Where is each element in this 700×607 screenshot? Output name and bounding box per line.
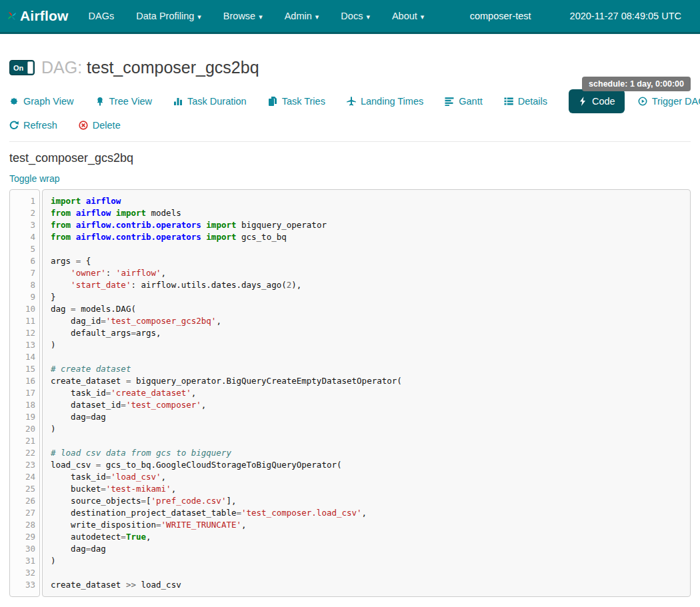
caret-down-icon: ▾ — [315, 13, 319, 21]
gantt-icon — [445, 97, 454, 106]
nav-admin[interactable]: Admin▾ — [285, 11, 319, 21]
tree-icon — [95, 97, 105, 106]
tab-code[interactable]: Code — [569, 89, 625, 113]
nav-data-profiling[interactable]: Data Profiling▾ — [136, 11, 201, 21]
nav-dags[interactable]: DAGs — [89, 11, 115, 21]
tab-tree-view[interactable]: Tree View — [95, 96, 152, 107]
caret-down-icon: ▾ — [421, 13, 425, 21]
tab-task-tries[interactable]: Task Tries — [268, 96, 325, 107]
nav-about[interactable]: About▾ — [392, 11, 424, 21]
code-file-heading: test_composer_gcs2bq — [9, 151, 691, 165]
nav-browse[interactable]: Browse▾ — [223, 11, 263, 21]
tab-gantt[interactable]: Gantt — [445, 96, 482, 107]
refresh-icon — [9, 121, 19, 130]
dag-on-off-toggle[interactable]: On — [9, 60, 35, 75]
airflow-logo[interactable]: Airflow — [7, 8, 69, 24]
tab-details[interactable]: Details — [504, 96, 547, 107]
list-icon — [504, 97, 513, 106]
dag-prefix: DAG: — [41, 58, 82, 77]
page-title: DAG: test_composer_gcs2bq — [41, 58, 259, 77]
tab-landing-times[interactable]: Landing Times — [347, 96, 423, 107]
utc-clock: 2020-11-27 08:49:05 UTC — [570, 11, 681, 21]
tab-task-duration[interactable]: Task Duration — [173, 96, 247, 107]
refresh-button[interactable]: Refresh — [9, 120, 57, 131]
bolt-icon — [578, 97, 587, 106]
dag-view-tabs: Graph View Tree View Task Duration Task … — [9, 89, 691, 113]
delete-button[interactable]: Delete — [79, 120, 121, 131]
dag-name: test_composer_gcs2bq — [87, 58, 259, 77]
schedule-badge: schedule: 1 day, 0:00:00 — [582, 77, 691, 91]
bar-chart-icon — [173, 97, 183, 106]
divider — [9, 141, 691, 142]
play-circle-icon — [638, 97, 647, 106]
caret-down-icon: ▾ — [366, 13, 370, 21]
dag-action-row: Refresh Delete — [9, 120, 691, 131]
caret-down-icon: ▾ — [259, 13, 263, 21]
graph-view-icon — [9, 97, 19, 106]
delete-circle-x-icon — [79, 121, 88, 130]
toggle-wrap-link[interactable]: Toggle wrap — [9, 173, 60, 184]
toggle-on-label: On — [10, 64, 23, 72]
copy-files-icon — [268, 97, 277, 106]
caret-down-icon: ▾ — [197, 13, 201, 21]
airflow-pinwheel-icon — [7, 11, 17, 21]
tab-graph-view[interactable]: Graph View — [9, 96, 74, 107]
nav-docs[interactable]: Docs▾ — [341, 11, 370, 21]
tab-trigger-dag[interactable]: Trigger DAG — [638, 96, 700, 107]
code-viewer: 1234567891011121314151617181920212223242… — [9, 189, 691, 597]
toggle-knob — [27, 61, 33, 74]
environment-label: composer-test — [470, 11, 531, 21]
navbar: Airflow DAGs Data Profiling▾ Browse▾ Adm… — [0, 0, 700, 34]
line-numbers: 1234567891011121314151617181920212223242… — [9, 189, 40, 597]
code-content: import airflowfrom airflow import models… — [42, 189, 691, 597]
plane-icon — [347, 97, 356, 106]
brand-title: Airflow — [20, 8, 69, 24]
